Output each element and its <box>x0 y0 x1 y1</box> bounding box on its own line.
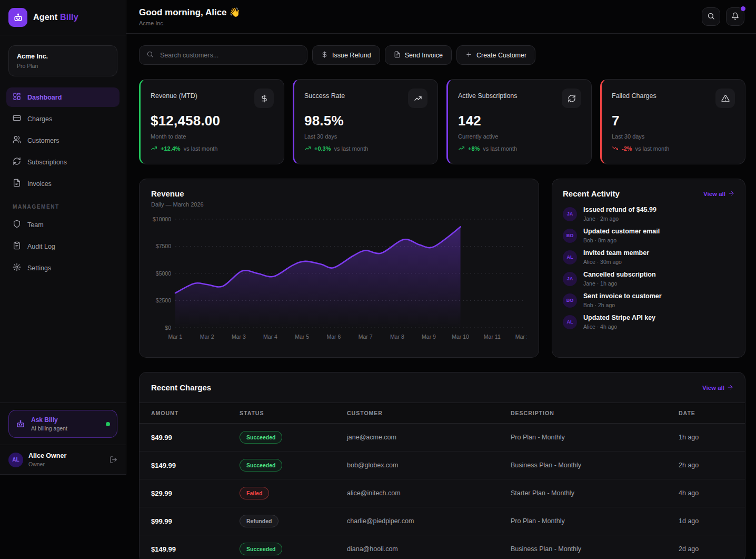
sidebar: Agent Billy Acme Inc. Pro Plan Dashboard… <box>0 0 126 475</box>
sidebar-nav-item[interactable]: Charges <box>6 109 120 129</box>
svg-text:$2500: $2500 <box>156 297 171 303</box>
activity-item: AL Invited team member Alice · 30m ago <box>563 249 734 265</box>
trend-up-icon <box>151 145 157 152</box>
avatar: BO <box>563 293 577 308</box>
charges-table-row[interactable]: $149.99 Succeeded bob@globex.com Busines… <box>140 452 745 479</box>
stat-delta: +8% vs last month <box>458 145 581 152</box>
svg-text:Mar 8: Mar 8 <box>390 334 404 340</box>
users-icon <box>13 135 21 145</box>
chart-title: Revenue <box>151 189 527 198</box>
status-badge: Refunded <box>240 515 278 527</box>
svg-text:$10000: $10000 <box>153 216 171 222</box>
refresh-icon <box>562 89 581 108</box>
sidebar-nav-item[interactable]: Customers <box>6 131 120 150</box>
stat-delta-suffix: vs last month <box>483 145 517 152</box>
activity-item-title: Updated customer email <box>583 228 660 235</box>
stat-label: Revenue (MTD) <box>151 89 197 100</box>
revenue-chart-card: Revenue Daily — March 2026 $0$2500$5000$… <box>139 179 539 358</box>
charge-amount: $149.99 <box>151 538 240 559</box>
charge-date: 1d ago <box>679 510 733 532</box>
stat-card: Success Rate 98.5% Last 30 days +0.3% vs… <box>293 79 438 164</box>
stat-delta-suffix: vs last month <box>184 145 218 152</box>
sidebar-nav-item[interactable]: Invoices <box>6 174 120 193</box>
charge-amount: $29.99 <box>151 482 240 505</box>
charge-description: Business Plan - Monthly <box>511 454 679 476</box>
svg-text:Mar 2: Mar 2 <box>200 334 214 340</box>
user-row: AL Alice Owner Owner <box>8 452 117 467</box>
brand-name-accent: Billy <box>60 13 78 22</box>
charges-table-row[interactable]: $29.99 Failed alice@initech.com Starter … <box>140 479 745 507</box>
sidebar-nav-item[interactable]: Dashboard <box>6 87 120 107</box>
charge-description: Pro Plan - Monthly <box>511 426 679 448</box>
charge-date: 4h ago <box>679 482 733 504</box>
sidebar-nav-item-label: Customers <box>27 137 59 144</box>
charges-column-header: DESCRIPTION <box>511 403 679 423</box>
avatar: BO <box>563 229 577 243</box>
avatar: JA <box>563 207 577 221</box>
sidebar-nav-item[interactable]: Subscriptions <box>6 152 120 172</box>
stat-label: Failed Charges <box>612 89 656 100</box>
main: Good morning, Alice 👋 Acme Inc. <box>126 0 756 559</box>
activity-item-meta: Alice · 30m ago <box>583 259 649 265</box>
document-icon <box>13 179 21 189</box>
stat-card: Failed Charges 7 Last 30 days -2% vs las… <box>600 79 745 164</box>
brand-name-primary: Agent <box>33 13 57 22</box>
charge-description: Business Plan - Monthly <box>511 538 679 559</box>
activity-item-meta: Jane · 1h ago <box>583 280 656 287</box>
robot-icon <box>16 419 25 429</box>
trend-up-icon <box>458 145 465 152</box>
activity-title: Recent Activity <box>563 189 620 198</box>
topbar-icon-button[interactable] <box>702 7 720 26</box>
status-badge: Succeeded <box>240 459 282 472</box>
sidebar-nav-item[interactable]: Audit Log <box>6 237 120 256</box>
workspace-switcher[interactable]: Acme Inc. Pro Plan <box>8 45 117 76</box>
topbar-icon-button[interactable] <box>726 7 744 26</box>
document-icon <box>394 51 401 60</box>
charge-customer: charlie@piedpiper.com <box>347 510 511 532</box>
search-icon <box>707 12 715 22</box>
stat-delta-value: +12.4% <box>161 145 181 152</box>
svg-text:Mar 7: Mar 7 <box>359 334 373 340</box>
stat-delta-suffix: vs last month <box>334 145 369 152</box>
sidebar-nav-item[interactable]: Settings <box>6 258 120 278</box>
activity-item-title: Updated Stripe API key <box>583 314 655 321</box>
charges-view-all-link[interactable]: View all <box>702 384 733 391</box>
toolbar-button[interactable]: Issue Refund <box>312 45 380 65</box>
search-input[interactable] <box>159 51 300 60</box>
status-badge: Succeeded <box>240 543 282 555</box>
sidebar-nav: Dashboard Charges Customers Subscription… <box>0 87 126 193</box>
charges-table-row[interactable]: $99.99 Refunded charlie@piedpiper.com Pr… <box>140 507 745 535</box>
toolbar-buttons: Issue Refund Send Invoice Create Custome… <box>312 45 535 65</box>
svg-text:Mar 3: Mar 3 <box>232 334 246 340</box>
toolbar-button[interactable]: Send Invoice <box>385 45 452 65</box>
stat-label: Success Rate <box>304 89 345 100</box>
sidebar-user-section: AL Alice Owner Owner <box>0 445 126 474</box>
activity-item-title: Sent invoice to customer <box>583 292 662 300</box>
revenue-chart-svg: $0$2500$5000$7500$10000Mar 1Mar 2Mar 3Ma… <box>151 212 527 344</box>
stat-sub: Currently active <box>458 133 581 140</box>
logout-icon[interactable] <box>110 456 117 464</box>
plus-icon <box>465 51 472 60</box>
refresh-icon <box>13 157 21 167</box>
charges-table-row[interactable]: $49.99 Succeeded jane@acme.com Pro Plan … <box>140 424 745 452</box>
brand-name: Agent Billy <box>33 13 78 22</box>
workspace-plan: Pro Plan <box>17 63 109 69</box>
charges-table-row[interactable]: $149.99 Succeeded diana@hooli.com Busine… <box>140 535 745 559</box>
clipboard-icon <box>13 241 21 251</box>
chart-subtitle: Daily — March 2026 <box>151 201 527 208</box>
stat-delta-value: -2% <box>622 145 632 152</box>
sidebar-nav-item[interactable]: Team <box>6 215 120 234</box>
sidebar-nav-item-label: Dashboard <box>27 94 62 101</box>
activity-item-meta: Bob · 8m ago <box>583 237 660 243</box>
ask-billy-subtitle: AI billing agent <box>31 425 67 431</box>
charge-customer: alice@initech.com <box>347 482 511 504</box>
svg-text:Mar 1: Mar 1 <box>168 334 183 340</box>
toolbar-button[interactable]: Create Customer <box>456 45 535 65</box>
dashboard-icon <box>13 92 21 102</box>
activity-item-meta: Alice · 4h ago <box>583 323 655 330</box>
activity-view-all-link[interactable]: View all <box>703 190 734 198</box>
charge-amount: $49.99 <box>151 426 240 449</box>
stat-sub: Last 30 days <box>304 133 427 140</box>
ask-billy-button[interactable]: Ask Billy AI billing agent <box>8 410 117 438</box>
mid-row: Revenue Daily — March 2026 $0$2500$5000$… <box>139 179 745 358</box>
